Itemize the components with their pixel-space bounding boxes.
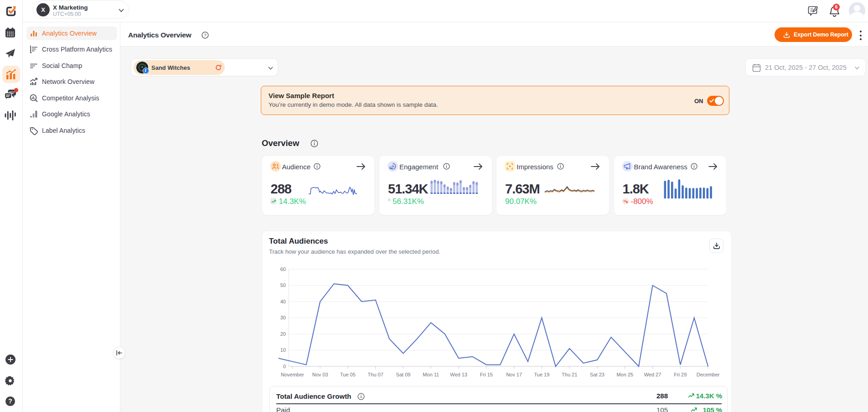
svg-text:?: ? [204, 32, 206, 37]
